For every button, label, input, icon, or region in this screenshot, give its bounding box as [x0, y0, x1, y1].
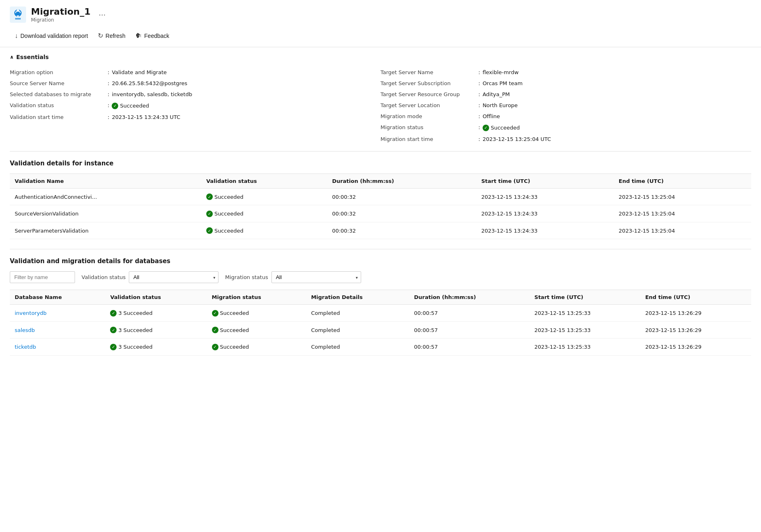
- database-details-table: Database NameValidation statusMigration …: [10, 290, 751, 356]
- check-circle-icon: ✓: [212, 310, 218, 317]
- refresh-button[interactable]: ↻ Refresh: [93, 29, 130, 42]
- essentials-label: Target Server Subscription: [381, 80, 479, 86]
- svg-rect-3: [15, 18, 21, 20]
- essentials-row: Target Server Subscription :Orcas PM tea…: [381, 78, 752, 89]
- check-circle-icon: ✓: [206, 227, 213, 234]
- essentials-row: Target Server Name :flexible-mrdw: [381, 67, 752, 78]
- database-details-title: Validation and migration details for dat…: [10, 257, 751, 265]
- table-cell: ✓ Succeeded: [201, 205, 327, 222]
- table-cell: ServerParametersValidation: [10, 222, 201, 239]
- migration-status-cell: ✓ Succeeded: [207, 305, 307, 322]
- essentials-row: Target Server Location :North Europe: [381, 100, 752, 111]
- table-row: ticketdb✓ 3 Succeeded✓ SucceededComplete…: [10, 339, 751, 356]
- check-circle-icon: ✓: [112, 103, 118, 109]
- migration-status-filter-label: Migration status: [225, 274, 268, 280]
- column-header: Start time (UTC): [529, 290, 640, 305]
- migration-status-filter-group: Migration status All ▾: [225, 271, 361, 283]
- feedback-label: Feedback: [144, 33, 169, 39]
- refresh-icon: ↻: [98, 32, 103, 40]
- more-options-icon[interactable]: ···: [99, 11, 106, 19]
- column-header: Start time (UTC): [476, 174, 614, 188]
- validation-details-section: Validation details for instance Validati…: [0, 152, 761, 249]
- validation-status-select[interactable]: All: [129, 271, 218, 283]
- essentials-label: Migration status: [381, 124, 479, 130]
- essentials-grid: Migration option :Validate and Migrate S…: [10, 67, 751, 145]
- essentials-value: :North Europe: [479, 102, 518, 108]
- column-header: Migration Details: [306, 290, 409, 305]
- database-name-cell[interactable]: inventorydb: [10, 305, 105, 322]
- check-circle-icon: ✓: [212, 327, 218, 333]
- start-time-cell: 2023-12-15 13:25:33: [529, 339, 640, 356]
- essentials-row: Target Server Resource Group :Aditya_PM: [381, 89, 752, 100]
- database-name-link[interactable]: ticketdb: [15, 344, 36, 350]
- filters-row: Validation status All ▾ Migration status…: [10, 271, 751, 283]
- migration-details-cell: Completed: [306, 305, 409, 322]
- essentials-header[interactable]: ∧ Essentials: [10, 54, 751, 60]
- migration-status-select[interactable]: All: [271, 271, 361, 283]
- table-cell: ✓ Succeeded: [201, 222, 327, 239]
- status-badge: ✓ Succeeded: [206, 193, 243, 200]
- essentials-value: :flexible-mrdw: [479, 69, 519, 75]
- migration-status-select-wrapper: All ▾: [271, 271, 361, 283]
- status-badge: ✓ Succeeded: [206, 227, 243, 234]
- column-header: Duration (hh:mm:ss): [327, 174, 476, 188]
- toolbar: ↓ Download validation report ↻ Refresh 🗣…: [0, 26, 761, 47]
- feedback-icon: 🗣: [135, 32, 142, 40]
- table-cell: 00:00:32: [327, 205, 476, 222]
- end-time-cell: 2023-12-15 13:26:29: [640, 321, 751, 339]
- database-name-link[interactable]: inventorydb: [15, 310, 46, 316]
- essentials-label: Target Server Resource Group: [381, 91, 479, 97]
- check-circle-icon: ✓: [110, 327, 117, 333]
- table-cell: 2023-12-15 13:25:04: [614, 205, 751, 222]
- column-header: Validation Name: [10, 174, 201, 188]
- essentials-value: :Validate and Migrate: [108, 69, 167, 75]
- validation-status-badge: ✓ 3 Succeeded: [110, 327, 152, 333]
- essentials-value: :Orcas PM team: [479, 80, 523, 86]
- check-circle-icon: ✓: [110, 344, 117, 350]
- database-name-cell[interactable]: salesdb: [10, 321, 105, 339]
- check-circle-icon: ✓: [110, 310, 117, 317]
- table-cell: 2023-12-15 13:24:33: [476, 188, 614, 205]
- duration-cell: 00:00:57: [409, 339, 529, 356]
- validation-status-cell: ✓ 3 Succeeded: [105, 339, 207, 356]
- column-header: Duration (hh:mm:ss): [409, 290, 529, 305]
- essentials-value: :Offline: [479, 113, 500, 119]
- database-details-section: Validation and migration details for dat…: [0, 249, 761, 365]
- database-name-link[interactable]: salesdb: [15, 327, 35, 333]
- validation-status-select-wrapper: All ▾: [129, 271, 218, 283]
- check-circle-icon: ✓: [206, 193, 213, 200]
- table-cell: SourceVersionValidation: [10, 205, 201, 222]
- migration-status-badge: ✓ Succeeded: [212, 327, 249, 333]
- essentials-row: Validation status :✓ Succeeded: [10, 100, 381, 112]
- duration-cell: 00:00:57: [409, 321, 529, 339]
- essentials-label: Target Server Location: [381, 102, 479, 108]
- validation-status-badge: ✓ 3 Succeeded: [110, 310, 152, 317]
- filter-by-name-input[interactable]: [10, 271, 75, 283]
- app-subtitle: Migration: [31, 17, 90, 23]
- essentials-label: Target Server Name: [381, 69, 479, 75]
- migration-details-cell: Completed: [306, 339, 409, 356]
- validation-status-badge: ✓ 3 Succeeded: [110, 344, 152, 350]
- table-cell: 2023-12-15 13:25:04: [614, 222, 751, 239]
- validation-status-cell: ✓ 3 Succeeded: [105, 305, 207, 322]
- essentials-row: Source Server Name :20.66.25.58:5432@pos…: [10, 78, 381, 89]
- essentials-chevron-icon: ∧: [10, 54, 14, 60]
- status-badge: ✓ Succeeded: [206, 211, 243, 217]
- migration-status-cell: ✓ Succeeded: [207, 321, 307, 339]
- table-row: SourceVersionValidation✓ Succeeded00:00:…: [10, 205, 751, 222]
- migration-status-badge: ✓ Succeeded: [212, 344, 249, 350]
- validation-details-title: Validation details for instance: [10, 160, 751, 167]
- database-name-cell[interactable]: ticketdb: [10, 339, 105, 356]
- essentials-value: :✓ Succeeded: [108, 102, 149, 109]
- app-icon: [10, 7, 26, 23]
- essentials-label: Migration start time: [381, 136, 479, 142]
- download-validation-report-button[interactable]: ↓ Download validation report: [10, 30, 93, 42]
- end-time-cell: 2023-12-15 13:26:29: [640, 339, 751, 356]
- app-title: Migration_1: [31, 7, 90, 17]
- essentials-label: Validation status: [10, 102, 108, 108]
- feedback-button[interactable]: 🗣 Feedback: [130, 30, 174, 42]
- validation-status-filter-label: Validation status: [82, 274, 126, 280]
- table-cell: 2023-12-15 13:25:04: [614, 188, 751, 205]
- table-row: inventorydb✓ 3 Succeeded✓ SucceededCompl…: [10, 305, 751, 322]
- essentials-value: :✓ Succeeded: [479, 124, 520, 131]
